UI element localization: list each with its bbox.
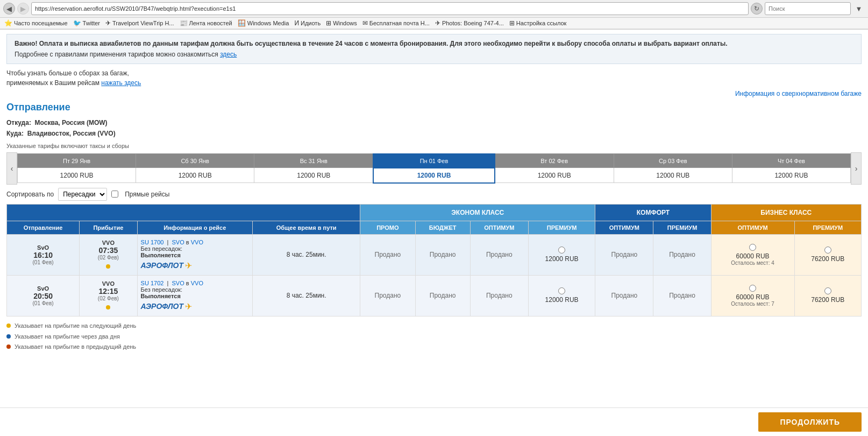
from-value: Москва, Россия (MOW) — [35, 119, 108, 126]
th-comfort: КОМФОРТ — [595, 204, 711, 221]
departure-title: Отправление — [6, 102, 862, 113]
eco-premium-0[interactable]: 12000 RUB — [528, 234, 595, 275]
notice-box: Важно! Оплата и выписка авиабилетов по д… — [6, 34, 862, 64]
bookmark-twitter[interactable]: 🐦 Twitter — [73, 19, 100, 27]
bookmark-travelport[interactable]: ✈ Travelport ViewTrip H... — [105, 19, 174, 27]
date-price-5[interactable]: 12000 RUB — [614, 168, 732, 183]
notice-more-link[interactable]: здесь — [220, 51, 237, 58]
th-route — [7, 204, 360, 221]
biz-premium-radio-0[interactable] — [824, 247, 831, 254]
legend-item-1: Указывает на прибытие на следующий день — [6, 321, 862, 332]
search-input[interactable] — [765, 2, 851, 15]
bookmark-news[interactable]: 📰 Лента новостей — [180, 19, 232, 27]
continue-button[interactable]: ПРОДОЛЖИТЬ — [758, 412, 862, 427]
bookmark-mail[interactable]: ✉ Бесплатная почта Н... — [362, 19, 430, 27]
date-price-3[interactable]: 12000 RUB — [373, 168, 494, 183]
mail-icon: ✉ — [362, 19, 368, 27]
bookmarks-bar: ⭐ Часто посещаемые 🐦 Twitter ✈ Travelpor… — [0, 18, 868, 29]
flight-number-link-0[interactable]: SU 1700 — [141, 239, 164, 245]
biz-optim-radio-0[interactable] — [749, 244, 756, 251]
date-header-5[interactable]: Ср 03 Фев — [614, 154, 732, 168]
biz-premium-0[interactable]: 76200 RUB — [794, 234, 861, 275]
biz-optim-0[interactable]: 60000 RUBОсталось мест: 4 — [711, 234, 794, 275]
route-info: Откуда: Москва, Россия (MOW) Куда: Влади… — [6, 117, 862, 139]
eco-optim-0: Продано — [470, 234, 528, 275]
links-icon: ⊞ — [509, 19, 515, 27]
date-header-0[interactable]: Пт 29 Янв — [18, 154, 136, 168]
legend: Указывает на прибытие на следующий день … — [6, 321, 862, 353]
eco-budget-1: Продано — [415, 275, 470, 316]
baggage-link[interactable]: нажать здесь — [101, 79, 141, 87]
date-selector: ‹ Пт 29 ЯнвСб 30 ЯнвВс 31 ЯнвПн 01 ФевВт… — [6, 152, 862, 185]
date-header-6[interactable]: Чт 04 Фев — [732, 154, 850, 168]
back-button[interactable]: ◀ — [3, 3, 15, 15]
flight-table-wrapper: ЭКОНОМ КЛАСС КОМФОРТ БИЗНЕС КЛАСС Отправ… — [6, 204, 862, 317]
th-eco-promo: ПРОМО — [360, 221, 415, 234]
eco-optim-1: Продано — [470, 275, 528, 316]
download-icon: ▼ — [853, 3, 865, 15]
date-header-2[interactable]: Вс 31 Янв — [254, 154, 374, 168]
comfort-optim-1: Продано — [595, 275, 653, 316]
bookmark-boeing[interactable]: ✈ Photos: Boeing 747-4... — [435, 19, 504, 27]
biz-premium-radio-1[interactable] — [824, 287, 831, 294]
main-content: Важно! Оплата и выписка авиабилетов по д… — [0, 34, 868, 427]
boeing-icon: ✈ — [435, 19, 440, 27]
direct-flights-label: Прямые рейсы — [125, 191, 169, 198]
flight-arrive-1: VVO12:15(02 Фев) — [80, 275, 137, 316]
th-biz-optim: ОПТИМУМ — [711, 221, 794, 234]
biz-optim-radio-1[interactable] — [749, 285, 756, 292]
comfort-optim-0: Продано — [595, 234, 653, 275]
twitter-icon: 🐦 — [73, 19, 81, 27]
sort-select[interactable]: Пересадки — [58, 188, 107, 201]
eco-premium-1[interactable]: 12000 RUB — [528, 275, 595, 316]
table-header-row2: Отправление Прибытие Информация о рейсе … — [7, 221, 862, 234]
oversize-baggage-link[interactable]: Информация о сверхнормативном багаже — [0, 90, 862, 97]
date-header-1[interactable]: Сб 30 Янв — [136, 154, 254, 168]
legend-item-3: Указывает на прибытие в предыдущий день — [6, 342, 862, 353]
date-price-1[interactable]: 12000 RUB — [136, 168, 254, 183]
flight-number-link-1[interactable]: SU 1702 — [141, 280, 164, 286]
bookmark-idiot[interactable]: И Идиоть — [294, 19, 321, 27]
flight-depart-1: SvO20:50(01 Фев) — [7, 275, 80, 316]
flight-duration-1: 8 час. 25мин. — [252, 275, 360, 316]
refresh-button[interactable]: ↻ — [751, 3, 763, 15]
date-price-2[interactable]: 12000 RUB — [254, 168, 374, 183]
date-price-0[interactable]: 12000 RUB — [18, 168, 136, 183]
to-value: Владивосток, Россия (VVO) — [27, 130, 116, 137]
continue-btn-wrapper: ПРОДОЛЖИТЬ — [0, 407, 868, 427]
th-eco-optim: ОПТИМУМ — [470, 221, 528, 234]
biz-optim-1[interactable]: 60000 RUBОсталось мест: 7 — [711, 275, 794, 316]
flight-info-1: SU 1702 | SVO в VVO Без пересадок: Выпол… — [137, 275, 252, 316]
th-eco-premium: ПРЕМИУМ — [528, 221, 595, 234]
flight-info-0: SU 1700 | SVO в VVO Без пересадок: Выпол… — [137, 234, 252, 275]
bookmark-windows-media[interactable]: 🪟 Windows Media — [238, 19, 289, 27]
sort-label: Сортировать по — [6, 191, 54, 198]
direct-flights-checkbox[interactable] — [111, 191, 118, 198]
th-flight-info: Информация о рейсе — [137, 221, 252, 234]
comfort-premium-1: Продано — [653, 275, 711, 316]
date-header-3[interactable]: Пн 01 Фев — [373, 154, 494, 168]
address-bar[interactable] — [31, 2, 749, 15]
eco-promo-1: Продано — [360, 275, 415, 316]
bookmark-links[interactable]: ⊞ Настройка ссылок — [509, 19, 567, 27]
eco-budget-0: Продано — [415, 234, 470, 275]
th-depart: Отправление — [7, 221, 80, 234]
date-prev-button[interactable]: ‹ — [6, 152, 17, 185]
table-header-row1: ЭКОНОМ КЛАСС КОМФОРТ БИЗНЕС КЛАСС — [7, 204, 862, 221]
biz-premium-1[interactable]: 76200 RUB — [794, 275, 861, 316]
date-next-button[interactable]: › — [851, 152, 862, 185]
date-price-4[interactable]: 12000 RUB — [495, 168, 614, 183]
th-comfort-premium: ПРЕМИУМ — [653, 221, 711, 234]
forward-button[interactable]: ▶ — [17, 3, 29, 15]
eco-premium-radio-1[interactable] — [558, 287, 565, 294]
eco-premium-radio-0[interactable] — [558, 247, 565, 254]
bookmark-frequent[interactable]: ⭐ Часто посещаемые — [4, 19, 68, 27]
idiot-icon: И — [294, 19, 299, 27]
flight-table: ЭКОНОМ КЛАСС КОМФОРТ БИЗНЕС КЛАСС Отправ… — [6, 204, 862, 317]
date-price-6[interactable]: 12000 RUB — [732, 168, 850, 183]
windows-media-icon: 🪟 — [238, 19, 246, 27]
blue-dot-icon — [6, 334, 11, 339]
date-header-4[interactable]: Вт 02 Фев — [495, 154, 614, 168]
bookmark-windows[interactable]: ⊞ Windows — [326, 19, 357, 27]
to-label: Куда: — [6, 130, 24, 137]
